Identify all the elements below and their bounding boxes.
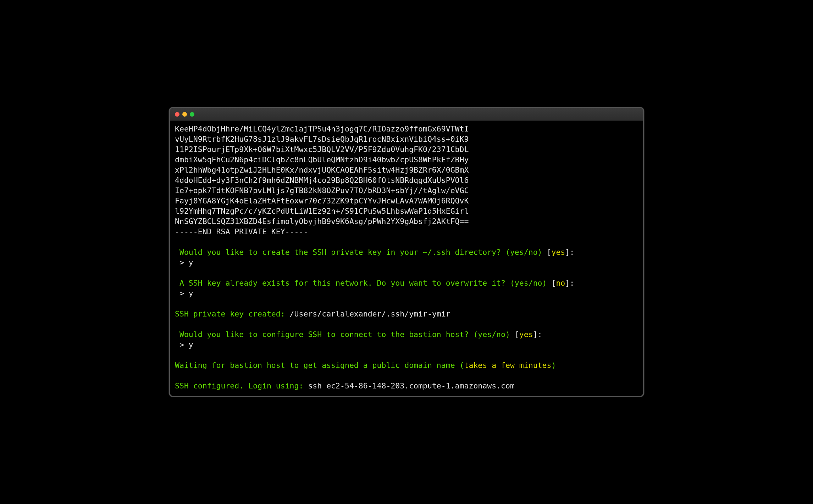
configured-line: SSH configured. Login using: ssh ec2-54-… (175, 381, 638, 391)
prompt-marker: > (175, 289, 189, 298)
bracket: [ (551, 279, 556, 287)
window-titlebar (170, 108, 643, 121)
waiting-note: takes a few minutes (464, 361, 551, 370)
answer-line: > y (175, 257, 638, 268)
maximize-icon[interactable] (190, 112, 194, 117)
prompt-question: Would you like to create the SSH private… (179, 248, 547, 257)
prompt-default: no (556, 279, 565, 287)
blank-line (175, 237, 638, 247)
key-line: dmbiXw5qFhCu2N6p4ciDClqbZc8nLQbUleQMNtzh… (175, 155, 638, 165)
status-path: /Users/carlalexander/.ssh/ymir-ymir (290, 309, 450, 318)
bracket: [ (547, 248, 551, 257)
blank-line (175, 350, 638, 360)
prompt-default: yes (551, 248, 565, 257)
bracket: ]: (533, 330, 542, 339)
close-icon[interactable] (175, 112, 179, 117)
answer-line: > y (175, 288, 638, 298)
prompt-line: Would you like to configure SSH to conne… (175, 329, 638, 340)
prompt-marker: > (175, 258, 189, 267)
configured-cmd: ssh ec2-54-86-148-203.compute-1.amazonaw… (308, 381, 514, 390)
terminal-window: KeeHP4dObjHhre/MiLCQ4ylZmc1ajTPSu4n3jogq… (169, 107, 644, 397)
prompt-default: yes (519, 330, 533, 339)
user-answer: y (189, 340, 193, 349)
prompt-question: A SSH key already exists for this networ… (179, 279, 551, 287)
prompt-question: Would you like to configure SSH to conne… (179, 330, 515, 339)
waiting-line: Waiting for bastion host to get assigned… (175, 360, 638, 370)
prompt-marker: > (175, 340, 189, 349)
key-line: l92YmHhq7TNzgPc/c/yKZcPdUtLiW1Ez92n+/S91… (175, 206, 638, 216)
key-line: xPl2hhWbg41otpZwiJ2HLhE0Kx/ndxvjUQKCAQEA… (175, 165, 638, 175)
bracket: ]: (565, 279, 574, 287)
blank-line (175, 319, 638, 329)
key-line: NnSGYZBCLSQZ31XBZD4EsfimolyObyjhB9v9K6As… (175, 216, 638, 226)
blank-line (175, 370, 638, 381)
blank-line (175, 298, 638, 309)
key-line: 11P2ISPourjETp9Xk+O6W7biXtMwxc5JBQLV2VV/… (175, 144, 638, 155)
key-line: 4ddoHEdd+dy3F3nCh2f9mh6dZNBMMj4co29Bp8Q2… (175, 175, 638, 185)
key-line: Ie7+opk7TdtKOFNB7pvLMljs7gTB82kN8OZPuv7T… (175, 185, 638, 196)
user-answer: y (189, 258, 193, 267)
bracket: ]: (565, 248, 574, 257)
status-label: SSH private key created: (175, 309, 290, 318)
prompt-line: A SSH key already exists for this networ… (175, 278, 638, 288)
key-line: vUyLN9RtrbfK2HuG78sJ1zlJ9akvFL7sDsieQbJq… (175, 134, 638, 144)
user-answer: y (189, 289, 193, 298)
key-line: Fayj8YGA8YGjK4oElaZHtAFtEoxwr70c732ZK9tp… (175, 196, 638, 206)
blank-line (175, 268, 638, 278)
waiting-text: Waiting for bastion host to get assigned… (175, 361, 464, 370)
status-line: SSH private key created: /Users/carlalex… (175, 309, 638, 319)
minimize-icon[interactable] (182, 112, 187, 117)
waiting-text: ) (551, 361, 556, 370)
answer-line: > y (175, 340, 638, 350)
key-footer: -----END RSA PRIVATE KEY----- (175, 226, 638, 237)
bracket: [ (515, 330, 519, 339)
configured-label: SSH configured. Login using: (175, 381, 308, 390)
key-line: KeeHP4dObjHhre/MiLCQ4ylZmc1ajTPSu4n3jogq… (175, 124, 638, 134)
prompt-line: Would you like to create the SSH private… (175, 247, 638, 257)
terminal-output[interactable]: KeeHP4dObjHhre/MiLCQ4ylZmc1ajTPSu4n3jogq… (170, 121, 643, 396)
